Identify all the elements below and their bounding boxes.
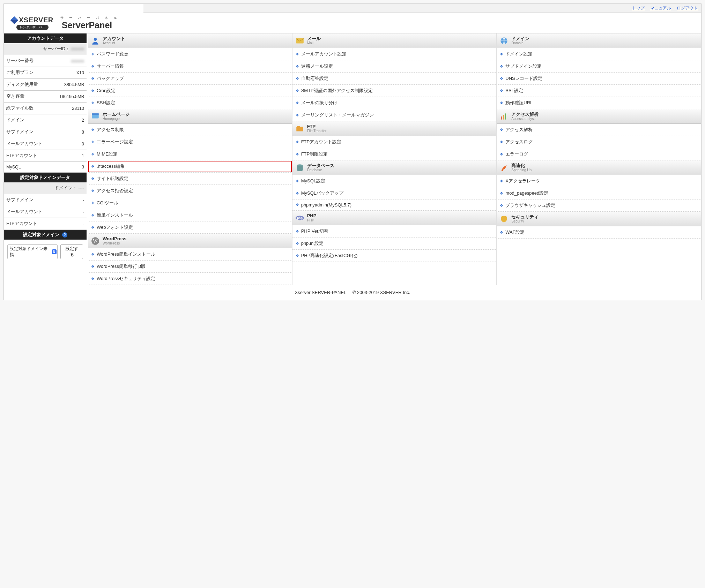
panel-title: ServerPanel [60, 20, 213, 30]
bullet-icon: ❖ [91, 176, 95, 181]
menu-item[interactable]: ❖WAF設定 [497, 226, 701, 239]
menu-item[interactable]: ❖WordPress簡単インストール [88, 248, 292, 261]
category-subtitle: Access analysis [511, 117, 539, 121]
manual-link[interactable]: マニュアル [650, 5, 671, 11]
menu-item[interactable]: ❖エラーログ [497, 148, 701, 160]
menu-item[interactable]: ❖MySQLバックアップ [292, 187, 497, 199]
menu-item[interactable]: ❖サーバー情報 [88, 60, 292, 73]
menu-item[interactable]: ❖PHP高速化設定(FastCGI化) [292, 250, 497, 262]
menu-item[interactable]: ❖mod_pagespeed設定 [497, 187, 701, 199]
bullet-icon: ❖ [296, 179, 299, 183]
xserver-logo: XSERVER レンタルサーバー [12, 16, 53, 30]
php-icon: php [295, 213, 304, 223]
bullet-icon: ❖ [91, 152, 95, 157]
menu-item-label: WordPress簡単インストール [97, 251, 155, 257]
menu-item-label: FTP制限設定 [301, 151, 328, 157]
menu-item[interactable]: ❖FTP制限設定 [292, 148, 497, 160]
menu-item-label: メールの振り分け [301, 100, 337, 106]
row-value: 3804.5MB [52, 79, 87, 91]
menu-item[interactable]: ❖サイト転送設定 [88, 173, 292, 185]
svg-point-0 [94, 38, 97, 41]
bullet-icon: ❖ [91, 89, 95, 93]
domain-data-table: ドメイン： ----サブドメイン-メールアカウント-FTPアカウント- [4, 182, 87, 230]
row-value: 23110 [52, 103, 87, 114]
sidebar: アカウントデータ サーバーID： xxxxxxサーバー番号xxxxxxご利用プラ… [4, 33, 87, 285]
table-row: サブドメイン8 [4, 126, 87, 138]
bullet-icon: ❖ [296, 241, 299, 246]
domain-icon [499, 36, 509, 45]
set-button[interactable]: 設定する [60, 244, 83, 259]
menu-item[interactable]: ❖php.ini設定 [292, 238, 497, 250]
menu-item[interactable]: ❖WordPressセキュリティ設定 [88, 273, 292, 285]
menu-item[interactable]: ❖ブラウザキャッシュ設定 [497, 199, 701, 212]
menu-item[interactable]: ❖アクセスログ [497, 136, 701, 148]
menu-item[interactable]: ❖アクセス解析 [497, 124, 701, 136]
bullet-icon: ❖ [91, 264, 95, 269]
menu-item[interactable]: ❖DNSレコード設定 [497, 73, 701, 85]
bullet-icon: ❖ [91, 140, 95, 144]
menu-item-label: サイト転送設定 [97, 175, 128, 182]
bullet-icon: ❖ [296, 113, 299, 118]
svg-rect-2 [92, 113, 99, 114]
menu-item[interactable]: ❖MySQL設定 [292, 175, 497, 187]
menu-item[interactable]: ❖バックアップ [88, 73, 292, 85]
menu-item[interactable]: ❖自動応答設定 [292, 73, 497, 85]
menu-item[interactable]: ❖CGIツール [88, 197, 292, 209]
bullet-icon: ❖ [500, 101, 503, 105]
bullet-icon: ❖ [91, 128, 95, 132]
menu-item[interactable]: ❖メールアカウント設定 [292, 48, 497, 60]
menu-item[interactable]: ❖Webフォント設定 [88, 221, 292, 234]
menu-item[interactable]: ❖MIME設定 [88, 148, 292, 160]
top-link[interactable]: トップ [632, 5, 645, 11]
menu-item[interactable]: ❖phpmyadmin(MySQL5.7) [292, 199, 497, 211]
menu-item[interactable]: ❖メールの振り分け [292, 97, 497, 109]
menu-item-label: DNSレコード設定 [505, 75, 542, 82]
bullet-icon: ❖ [91, 101, 95, 105]
menu-item[interactable]: ❖アクセス制限 [88, 124, 292, 136]
menu-item-label: アクセス解析 [505, 127, 533, 133]
footer-product: Xserver SERVER-PANEL [295, 290, 346, 295]
menu-item-label: ドメイン設定 [505, 51, 533, 57]
table-row: FTPアカウント1 [4, 150, 87, 162]
menu-item[interactable]: ❖FTPアカウント設定 [292, 136, 497, 148]
menu-item-label: エラーログ [505, 151, 528, 157]
bullet-icon: ❖ [500, 230, 503, 235]
menu-item[interactable]: ❖SSH設定 [88, 97, 292, 109]
bullet-icon: ❖ [296, 229, 299, 234]
help-icon[interactable]: ? [62, 232, 67, 238]
menu-item[interactable]: ❖SSL設定 [497, 85, 701, 97]
menu-item[interactable]: ❖Xアクセラレータ [497, 175, 701, 187]
menu-item-label: メールアカウント設定 [301, 51, 347, 57]
menu-item[interactable]: ❖エラーページ設定 [88, 136, 292, 148]
menu-item[interactable]: ❖.htaccess編集 [88, 160, 292, 173]
row-value: 3 [52, 162, 87, 173]
menu-item[interactable]: ❖ドメイン設定 [497, 48, 701, 60]
account-data-title: アカウントデータ [4, 33, 87, 43]
category-header-database: データベースDatabase [292, 160, 497, 175]
table-row: MySQL3 [4, 162, 87, 173]
main-panel: アカウントAccount❖パスワード変更❖サーバー情報❖バックアップ❖Cron設… [87, 33, 701, 285]
menu-item[interactable]: ❖PHP Ver.切替 [292, 225, 497, 238]
menu-item[interactable]: ❖簡単インストール [88, 209, 292, 221]
menu-item[interactable]: ❖サブドメイン設定 [497, 60, 701, 73]
bullet-icon: ❖ [91, 252, 95, 257]
account-data-table: サーバーID： xxxxxxサーバー番号xxxxxxご利用プランX10ディスク使… [4, 43, 87, 173]
menu-item[interactable]: ❖Cron設定 [88, 85, 292, 97]
logout-link[interactable]: ログアウト [677, 5, 698, 11]
menu-item[interactable]: ❖メーリングリスト・メールマガジン [292, 109, 497, 121]
menu-item-label: エラーページ設定 [97, 139, 133, 145]
top-bar: トップ マニュアル ログアウト [143, 4, 701, 13]
menu-item[interactable]: ❖迷惑メール設定 [292, 60, 497, 73]
menu-item[interactable]: ❖動作確認URL [497, 97, 701, 109]
menu-item[interactable]: ❖パスワード変更 [88, 48, 292, 60]
target-domain-label: 設定対象ドメイン [23, 232, 59, 237]
diamond-icon [10, 16, 18, 24]
table-row: サブドメイン- [4, 194, 87, 206]
menu-item[interactable]: ❖WordPress簡単移行 β版 [88, 261, 292, 273]
category-header-security: セキュリティSecurity [497, 212, 701, 226]
menu-item[interactable]: ❖SMTP認証の国外アクセス制限設定 [292, 85, 497, 97]
row-value: - [75, 206, 87, 218]
menu-item[interactable]: ❖アクセス拒否設定 [88, 185, 292, 197]
table-row: 空き容量196195.5MB [4, 91, 87, 103]
target-domain-select[interactable]: 設定対象ドメイン未指 ⇅ [7, 244, 58, 259]
